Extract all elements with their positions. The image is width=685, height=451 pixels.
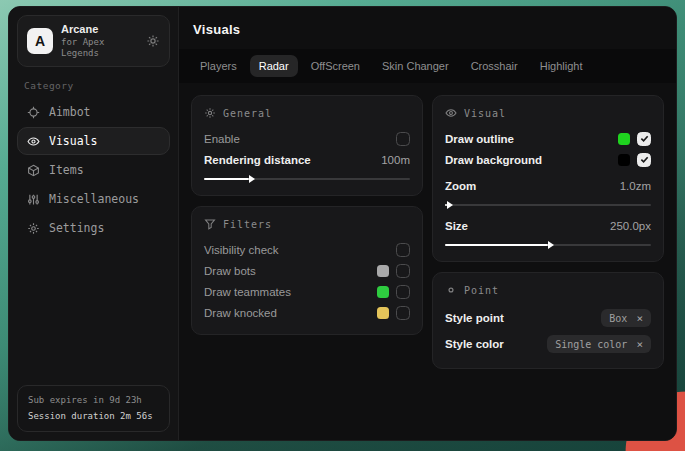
panel-title: Point (464, 285, 499, 296)
zoom-value: 1.0zm (620, 180, 651, 192)
draw-knocked-label: Draw knocked (204, 307, 277, 319)
sliders-icon (27, 193, 40, 206)
enable-row: Enable (204, 128, 410, 149)
panel-visual: Visual Draw outline Draw background (432, 95, 664, 262)
size-label: Size (445, 220, 468, 232)
funnel-icon (204, 218, 216, 230)
draw-teammates-color-swatch[interactable] (377, 286, 389, 298)
sidebar-item-label: Aimbot (49, 105, 91, 119)
zoom-row: Zoom 1.0zm (445, 175, 651, 196)
draw-outline-checkbox[interactable] (637, 132, 651, 146)
content-grid: General Enable Rendering distance 100m (179, 83, 676, 440)
zoom-slider[interactable] (445, 200, 651, 210)
panel-title: General (223, 108, 272, 119)
subscription-info-card: Sub expires in 9d 23h Session duration 2… (17, 385, 170, 432)
page-title: Visuals (193, 22, 662, 37)
slider-thumb[interactable] (249, 175, 255, 183)
style-point-value: Box (609, 313, 627, 324)
package-icon (27, 164, 40, 177)
draw-background-color-swatch[interactable] (618, 154, 630, 166)
size-slider[interactable] (445, 240, 651, 250)
size-value: 250.0px (610, 220, 651, 232)
draw-bots-color-swatch[interactable] (377, 265, 389, 277)
draw-outline-row: Draw outline (445, 128, 651, 149)
draw-knocked-color-swatch[interactable] (377, 307, 389, 319)
sidebar-item-label: Miscellaneous (49, 192, 139, 206)
eye-icon (445, 107, 457, 119)
zoom-label: Zoom (445, 180, 476, 192)
draw-knocked-row: Draw knocked (204, 302, 410, 323)
slider-thumb[interactable] (548, 241, 554, 249)
panel-general: General Enable Rendering distance 100m (191, 95, 423, 196)
brand-card: A Arcane for Apex Legends (17, 15, 170, 67)
tab-bar: Players Radar OffScreen Skin Changer Cro… (179, 49, 676, 83)
remove-icon[interactable]: × (636, 313, 643, 324)
tab-players[interactable]: Players (191, 55, 246, 77)
tab-radar[interactable]: Radar (250, 55, 298, 77)
style-color-row: Style color Single color × (445, 331, 651, 357)
brand-settings-gear-icon[interactable] (146, 34, 160, 48)
app-window: A Arcane for Apex Legends Category Aimbo… (8, 6, 677, 441)
sidebar-item-aimbot[interactable]: Aimbot (17, 98, 170, 126)
draw-bots-label: Draw bots (204, 265, 256, 277)
style-color-label: Style color (445, 338, 504, 350)
sidebar-item-label: Items (49, 163, 84, 177)
dot-icon (445, 284, 457, 296)
sidebar-item-label: Visuals (49, 134, 97, 148)
style-color-value: Single color (555, 339, 627, 350)
gear-icon (27, 222, 40, 235)
draw-teammates-label: Draw teammates (204, 286, 291, 298)
remove-icon[interactable]: × (636, 339, 643, 350)
sidebar: A Arcane for Apex Legends Category Aimbo… (9, 7, 179, 440)
rendering-distance-label: Rendering distance (204, 154, 311, 166)
style-point-label: Style point (445, 312, 504, 324)
visibility-check-checkbox[interactable] (396, 243, 410, 257)
enable-checkbox[interactable] (396, 132, 410, 146)
style-color-chip[interactable]: Single color × (547, 335, 651, 353)
draw-background-checkbox[interactable] (637, 153, 651, 167)
tab-skin-changer[interactable]: Skin Changer (373, 55, 458, 77)
tab-highlight[interactable]: Highlight (531, 55, 592, 77)
draw-knocked-checkbox[interactable] (396, 306, 410, 320)
enable-label: Enable (204, 133, 240, 145)
style-point-chip[interactable]: Box × (601, 309, 651, 327)
brand-name: Arcane (61, 23, 138, 37)
draw-outline-label: Draw outline (445, 133, 514, 145)
panel-title: Visual (464, 108, 506, 119)
panel-filters: Filters Visibility check Draw bots (191, 206, 423, 335)
rendering-distance-value: 100m (381, 154, 410, 166)
main-area: Visuals Players Radar OffScreen Skin Cha… (179, 7, 676, 440)
sidebar-item-visuals[interactable]: Visuals (17, 127, 170, 155)
brand-logo: A (27, 28, 53, 54)
category-label: Category (24, 80, 163, 91)
sidebar-item-miscellaneous[interactable]: Miscellaneous (17, 185, 170, 213)
draw-bots-checkbox[interactable] (396, 264, 410, 278)
visibility-check-row: Visibility check (204, 239, 410, 260)
sidebar-item-items[interactable]: Items (17, 156, 170, 184)
session-duration-text: Session duration 2m 56s (28, 409, 159, 424)
sidebar-item-settings[interactable]: Settings (17, 214, 170, 242)
panel-point: Point Style point Box × Style color Sing… (432, 272, 664, 369)
sun-gear-icon (204, 107, 216, 119)
main-header: Visuals (179, 7, 676, 49)
panel-title: Filters (223, 219, 272, 230)
draw-background-label: Draw background (445, 154, 542, 166)
draw-teammates-row: Draw teammates (204, 281, 410, 302)
slider-thumb[interactable] (447, 201, 453, 209)
size-row: Size 250.0px (445, 215, 651, 236)
style-point-row: Style point Box × (445, 305, 651, 331)
tab-crosshair[interactable]: Crosshair (462, 55, 527, 77)
draw-bots-row: Draw bots (204, 260, 410, 281)
draw-teammates-checkbox[interactable] (396, 285, 410, 299)
eye-icon (27, 135, 40, 148)
rendering-distance-slider[interactable] (204, 174, 410, 184)
tab-offscreen[interactable]: OffScreen (302, 55, 369, 77)
brand-subtitle: for Apex Legends (61, 37, 138, 60)
draw-background-row: Draw background (445, 149, 651, 170)
draw-outline-color-swatch[interactable] (618, 133, 630, 145)
crosshair-icon (27, 106, 40, 119)
visibility-check-label: Visibility check (204, 244, 279, 256)
sidebar-item-label: Settings (49, 221, 104, 235)
sub-expiry-text: Sub expires in 9d 23h (28, 393, 159, 408)
rendering-distance-row: Rendering distance 100m (204, 149, 410, 170)
